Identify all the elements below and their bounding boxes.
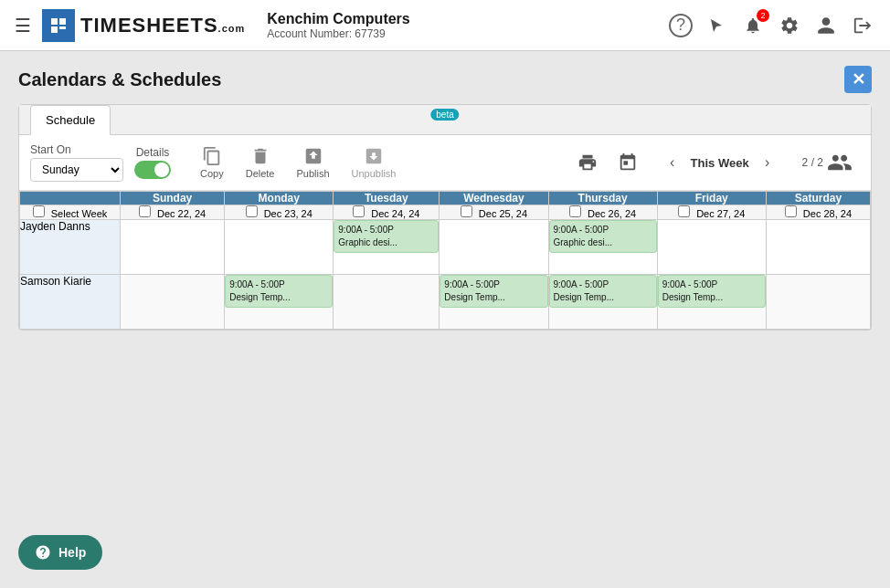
unpublish-button[interactable]: Unpublish xyxy=(344,142,404,183)
tab-container: Schedule beta Start On Sunday Monday Tue… xyxy=(18,104,872,331)
shift-block[interactable]: 9:00A - 5:00P Graphic desi... xyxy=(334,220,439,253)
schedule-table-wrapper: Sunday Monday Tuesday Wednesday Thursday… xyxy=(19,191,871,330)
menu-button[interactable]: ☰ xyxy=(15,15,31,37)
delete-button[interactable]: Delete xyxy=(238,142,282,183)
profile-icon[interactable] xyxy=(813,13,839,38)
account-number: Account Number: 67739 xyxy=(267,27,669,40)
details-group: Details xyxy=(134,146,171,179)
shift-block[interactable]: 9:00A - 5:00P Design Temp... xyxy=(658,275,766,308)
help-icon[interactable]: ? xyxy=(669,14,693,37)
print-button[interactable] xyxy=(577,152,598,173)
page-header: Calendars & Schedules ✕ xyxy=(18,66,872,93)
wednesday-header: Wednesday xyxy=(440,192,548,205)
mon-checkbox[interactable] xyxy=(246,205,258,217)
toolbar-left: Start On Sunday Monday Tuesday Wednesday… xyxy=(30,143,171,182)
sunday-header: Sunday xyxy=(121,192,225,205)
jayden-friday[interactable] xyxy=(657,220,766,275)
samson-monday[interactable]: 9:00A - 5:00P Design Temp... xyxy=(225,275,334,330)
select-week-cell: Select Week xyxy=(20,205,121,220)
pager-text: 2 / 2 xyxy=(802,156,823,169)
delete-label: Delete xyxy=(246,168,275,179)
date-wed: Dec 25, 24 xyxy=(440,205,548,220)
company-name: Kenchim Computers xyxy=(267,11,669,27)
thu-checkbox[interactable] xyxy=(569,205,581,217)
table-row: Samson Kiarie 9:00A - 5:00P Design Temp.… xyxy=(20,275,871,330)
logo-area: TIMESHEETS.com xyxy=(42,9,245,42)
jayden-monday[interactable] xyxy=(225,220,334,275)
samson-saturday[interactable] xyxy=(766,275,870,330)
svg-rect-2 xyxy=(51,26,58,33)
unpublish-label: Unpublish xyxy=(352,168,397,179)
prev-week-button[interactable]: ‹ xyxy=(660,150,685,175)
svg-rect-3 xyxy=(59,26,66,29)
tue-checkbox[interactable] xyxy=(353,205,365,217)
pager: 2 / 2 xyxy=(802,150,853,175)
fri-checkbox[interactable] xyxy=(678,205,690,217)
samson-friday[interactable]: 9:00A - 5:00P Design Temp... xyxy=(657,275,766,330)
tuesday-header: Tuesday xyxy=(334,192,440,205)
wed-checkbox[interactable] xyxy=(461,205,472,217)
svg-rect-0 xyxy=(51,18,58,25)
shift-block[interactable]: 9:00A - 5:00P Design Temp... xyxy=(440,275,547,308)
logout-icon[interactable] xyxy=(850,13,875,38)
details-label: Details xyxy=(136,146,170,159)
group-icon xyxy=(827,150,853,175)
thursday-header: Thursday xyxy=(548,192,657,205)
logo-icon xyxy=(42,9,75,42)
table-row: Jayden Danns 9:00A - 5:00P Graphic desi.… xyxy=(20,220,871,275)
svg-rect-1 xyxy=(59,18,66,25)
publish-label: Publish xyxy=(296,168,329,179)
details-toggle[interactable] xyxy=(134,161,171,179)
nav-controls: ‹ This Week › xyxy=(660,150,780,175)
settings-icon[interactable] xyxy=(777,13,802,38)
start-on-group: Start On Sunday Monday Tuesday Wednesday xyxy=(30,143,123,182)
close-icon: ✕ xyxy=(852,69,865,89)
jayden-thursday[interactable]: 9:00A - 5:00P Graphic desi... xyxy=(548,220,657,275)
app-header: ☰ TIMESHEETS.com Kenchim Computers Accou… xyxy=(0,0,890,51)
beta-badge: beta xyxy=(430,109,459,121)
header-icons: ? 2 xyxy=(669,13,875,38)
copy-label: Copy xyxy=(200,168,224,179)
toolbar: Start On Sunday Monday Tuesday Wednesday… xyxy=(19,135,871,191)
close-button[interactable]: ✕ xyxy=(844,66,872,93)
shift-block[interactable]: 9:00A - 5:00P Graphic desi... xyxy=(549,220,657,253)
date-sun: Dec 22, 24 xyxy=(121,205,225,220)
empty-header xyxy=(20,192,121,205)
samson-thursday[interactable]: 9:00A - 5:00P Design Temp... xyxy=(548,275,657,330)
main-content: Calendars & Schedules ✕ Schedule beta St… xyxy=(0,51,890,345)
samson-tuesday[interactable] xyxy=(334,275,440,330)
shift-block[interactable]: 9:00A - 5:00P Design Temp... xyxy=(225,275,333,308)
sat-checkbox[interactable] xyxy=(785,205,797,217)
samson-sunday[interactable] xyxy=(121,275,225,330)
shift-block[interactable]: 9:00A - 5:00P Design Temp... xyxy=(549,275,657,308)
samson-wednesday[interactable]: 9:00A - 5:00P Design Temp... xyxy=(440,275,548,330)
sun-checkbox[interactable] xyxy=(139,205,151,217)
copy-button[interactable]: Copy xyxy=(193,142,231,183)
schedule-table: Sunday Monday Tuesday Wednesday Thursday… xyxy=(19,191,871,330)
date-sat: Dec 28, 24 xyxy=(766,205,870,220)
publish-button[interactable]: Publish xyxy=(289,142,336,183)
page-title: Calendars & Schedules xyxy=(18,69,221,90)
next-week-button[interactable]: › xyxy=(755,150,780,175)
select-week-checkbox[interactable] xyxy=(33,205,45,217)
company-info: Kenchim Computers Account Number: 67739 xyxy=(267,11,669,40)
date-fri: Dec 27, 24 xyxy=(657,205,766,220)
start-on-select[interactable]: Sunday Monday Tuesday Wednesday xyxy=(30,158,123,182)
monday-header: Monday xyxy=(225,192,334,205)
date-thu: Dec 26, 24 xyxy=(548,205,657,220)
cursor-icon xyxy=(704,13,729,38)
calendar-view-button[interactable] xyxy=(618,152,638,173)
date-header-row: Select Week Dec 22, 24 Dec 23, 24 D xyxy=(20,205,871,220)
tab-bar: Schedule beta xyxy=(19,105,871,135)
notifications-button[interactable]: 2 xyxy=(740,13,766,38)
date-tue: Dec 24, 24 xyxy=(334,205,440,220)
day-header-row: Sunday Monday Tuesday Wednesday Thursday… xyxy=(20,192,871,205)
jayden-tuesday[interactable]: 9:00A - 5:00P Graphic desi... xyxy=(334,220,440,275)
jayden-saturday[interactable] xyxy=(766,220,870,275)
toolbar-actions: Copy Delete Publish Unpublish xyxy=(193,142,403,183)
jayden-sunday[interactable] xyxy=(121,220,225,275)
saturday-header: Saturday xyxy=(766,192,870,205)
tab-schedule[interactable]: Schedule xyxy=(30,105,111,135)
logo-text: TIMESHEETS.com xyxy=(80,14,245,37)
jayden-wednesday[interactable] xyxy=(440,220,548,275)
